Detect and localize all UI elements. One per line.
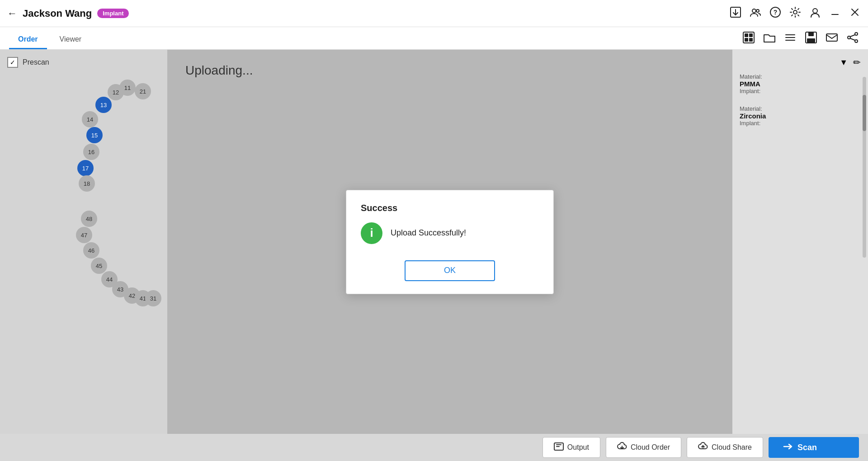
tooth-13[interactable]: 13 [95, 97, 112, 113]
help-icon[interactable]: ? [769, 6, 781, 21]
cloud-share-label: Cloud Share [712, 443, 752, 452]
material-block-2: Material: Zirconia Implant: [740, 105, 861, 127]
material-label-1: Material: [740, 73, 861, 80]
right-panel-header: ▼ ✏ [740, 57, 861, 68]
tooth-18[interactable]: 18 [79, 175, 95, 192]
svg-point-22 [855, 33, 858, 35]
output-button[interactable]: Output [542, 437, 600, 458]
dialog-title: Success [361, 203, 539, 213]
tooth-45[interactable]: 45 [91, 258, 107, 274]
svg-point-2 [756, 9, 759, 12]
material-block-1: Material: PMMA Implant: [740, 73, 861, 94]
svg-point-5 [793, 10, 797, 14]
implant-label-1: Implant: [740, 88, 861, 94]
success-dialog: Success i Upload Successfully! OK [346, 190, 554, 294]
info-letter: i [370, 226, 373, 240]
tabbar: Order Viewer [0, 27, 868, 50]
cloud-order-icon [617, 442, 627, 453]
scrollbar-track [863, 77, 866, 258]
dropdown-icon[interactable]: ▼ [840, 58, 848, 67]
material-value-2: Zirconia [740, 112, 861, 120]
folder-icon[interactable] [763, 31, 776, 47]
tooth-chart: 122113141516171848474645444342413111 [7, 75, 152, 301]
svg-point-24 [855, 40, 858, 42]
dialog-body: i Upload Successfully! [361, 222, 539, 244]
tooth-11[interactable]: 11 [119, 80, 136, 96]
svg-rect-11 [745, 33, 748, 37]
list-icon[interactable] [784, 31, 797, 47]
header-right: ? [730, 6, 861, 21]
svg-rect-13 [745, 38, 748, 42]
prescan-label: Prescan [23, 58, 49, 66]
prescan-checkbox[interactable]: ✓ [7, 57, 18, 68]
users-icon[interactable] [750, 6, 761, 21]
svg-rect-20 [807, 38, 815, 42]
tooth-16[interactable]: 16 [83, 144, 99, 160]
scrollbar-thumb[interactable] [863, 95, 866, 131]
svg-rect-14 [749, 38, 753, 42]
right-panel: ▼ ✏ Material: PMMA Implant: Material: Zi… [732, 50, 868, 434]
success-icon: i [361, 222, 382, 244]
bottom-bar: Output Cloud Order Cloud Share Scan [0, 434, 868, 461]
tab-order[interactable]: Order [9, 31, 47, 49]
header: ← Jackson Wang Implant ? [0, 0, 868, 27]
material-value-1: PMMA [740, 80, 861, 88]
svg-point-1 [752, 9, 756, 13]
dialog-footer: OK [361, 260, 539, 281]
svg-rect-21 [826, 34, 837, 41]
tooth-31[interactable]: 31 [145, 290, 161, 306]
tooth-15[interactable]: 15 [86, 127, 103, 143]
svg-point-23 [848, 36, 850, 39]
svg-text:?: ? [774, 9, 778, 16]
scan-label: Scan [797, 443, 817, 452]
cloud-share-icon [698, 442, 708, 453]
left-panel: ✓ Prescan 122113141516171848474645444342… [0, 50, 167, 461]
scan-arrow-icon [783, 442, 793, 454]
cloud-order-label: Cloud Order [631, 443, 670, 452]
dialog-backdrop: Success i Upload Successfully! OK [167, 50, 732, 434]
save-icon[interactable] [805, 31, 817, 47]
gallery-icon[interactable] [742, 31, 755, 47]
header-left: ← Jackson Wang Implant [7, 8, 129, 19]
tooth-17[interactable]: 17 [77, 160, 94, 176]
tooth-47[interactable]: 47 [76, 227, 92, 243]
tooth-21[interactable]: 21 [135, 83, 151, 99]
email-icon[interactable] [826, 31, 838, 47]
main-content: ✓ Prescan 122113141516171848474645444342… [0, 50, 868, 461]
implant-label-2: Implant: [740, 120, 861, 127]
output-label: Output [567, 443, 589, 452]
svg-rect-12 [749, 33, 753, 37]
ok-button[interactable]: OK [405, 260, 495, 281]
svg-line-26 [850, 38, 855, 40]
settings-icon[interactable] [789, 6, 801, 21]
share-icon[interactable] [846, 31, 859, 47]
edit-icon[interactable]: ✏ [853, 57, 861, 68]
output-icon [554, 442, 564, 453]
account-icon[interactable] [809, 6, 821, 21]
svg-line-25 [850, 35, 855, 37]
minimize-icon[interactable] [829, 6, 841, 21]
back-button[interactable]: ← [7, 8, 17, 19]
svg-rect-19 [808, 32, 814, 36]
import-icon[interactable] [730, 6, 741, 21]
tab-viewer[interactable]: Viewer [51, 31, 91, 49]
cloud-order-button[interactable]: Cloud Order [606, 437, 681, 458]
prescan-row: ✓ Prescan [7, 57, 160, 68]
tooth-48[interactable]: 48 [81, 211, 97, 227]
tooth-14[interactable]: 14 [82, 111, 98, 127]
scan-button[interactable]: Scan [769, 437, 859, 458]
patient-name: Jackson Wang [23, 8, 92, 19]
implant-badge: Implant [97, 9, 129, 18]
close-icon[interactable] [849, 6, 861, 21]
tab-icons [742, 31, 859, 49]
cloud-share-button[interactable]: Cloud Share [687, 437, 763, 458]
material-label-2: Material: [740, 105, 861, 112]
tooth-46[interactable]: 46 [83, 242, 99, 259]
svg-point-6 [813, 9, 817, 13]
dialog-message: Upload Successfully! [391, 228, 466, 238]
